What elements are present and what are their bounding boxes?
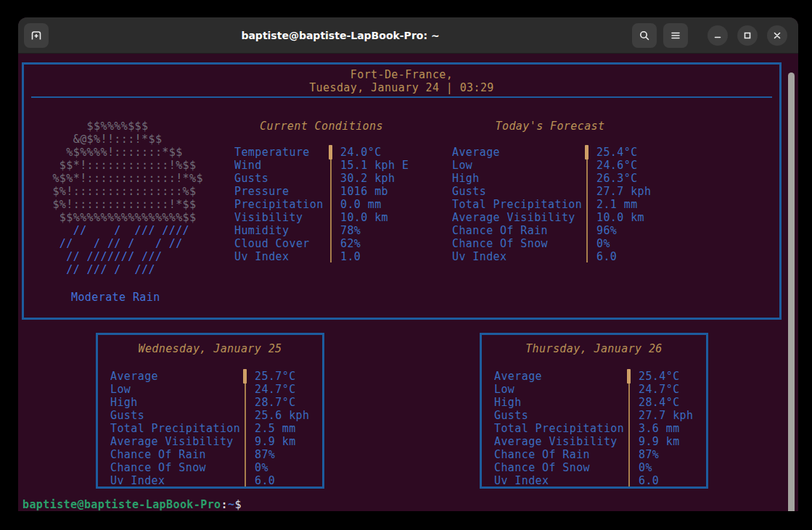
table-row: Average25.4°C [494, 370, 699, 383]
location-text: Fort-De-France, [24, 68, 779, 81]
minimize-button[interactable] [708, 25, 728, 46]
search-icon [639, 30, 650, 41]
current-conditions-title: Current Conditions [234, 120, 409, 133]
table-row: High28.7°C [110, 396, 315, 409]
wednesday-table: Average25.7°C Low24.7°C High28.7°C Gusts… [110, 370, 315, 487]
todays-forecast-title: Today's Forecast [452, 120, 648, 133]
terminal-window: baptiste@baptiste-LapBook-Pro: ~ [18, 17, 798, 511]
menu-button[interactable] [663, 23, 688, 48]
table-row: Uv Index1.0 [234, 250, 452, 263]
table-row: Chance Of Snow0% [452, 237, 706, 250]
terminal-screen[interactable]: Fort-De-France, Tuesday, January 24 | 03… [18, 62, 798, 511]
table-separator-thumb [329, 145, 332, 160]
window-title: baptiste@baptiste-LapBook-Pro: ~ [49, 30, 632, 41]
wednesday-title: Wednesday, January 25 [98, 335, 322, 355]
table-separator [586, 146, 588, 262]
todays-forecast-table: Average25.4°C Low24.6°C High26.3°C Gusts… [452, 146, 706, 263]
table-row: Uv Index6.0 [452, 250, 706, 263]
table-row: Low24.7°C [494, 383, 699, 396]
table-row: Pressure1016 mb [234, 185, 452, 198]
new-tab-button[interactable] [24, 23, 49, 48]
table-row: Uv Index6.0 [110, 474, 315, 487]
table-row: Chance Of Rain87% [494, 448, 699, 461]
prompt-dollar: $ [234, 498, 241, 511]
table-row: Visibility10.0 km [234, 211, 452, 224]
table-row: Low24.7°C [110, 383, 315, 396]
table-row: Uv Index6.0 [494, 474, 699, 487]
thursday-forecast-box: Thursday, January 26 Average25.4°C Low24… [480, 333, 708, 489]
prompt-path: ~ [228, 498, 234, 511]
table-row: Chance Of Rain96% [452, 224, 706, 237]
table-row: Total Precipitation3.6 mm [494, 422, 699, 435]
table-row: Temperature24.0°C [234, 146, 452, 159]
daily-forecast-row: Wednesday, January 25 Average25.7°C Low2… [96, 333, 798, 489]
cloud-ascii-art: $$%%%%$$$ &@$%!!:::!*$$ %$%%%%!:::::::*$… [46, 120, 220, 224]
prompt-user-host: baptiste@baptiste-LapBook-Pro [22, 498, 221, 511]
current-conditions-table: Temperature24.0°C Wind15.1 kph E Gusts30… [234, 146, 452, 263]
table-row: Gusts27.7 kph [494, 409, 699, 422]
hamburger-menu-icon [670, 30, 681, 41]
weather-art-column: $$%%%%$$$ &@$%!!:::!*$$ %$%%%%!:::::::*$… [46, 120, 220, 304]
maximize-button[interactable] [737, 25, 758, 46]
prompt-colon: : [221, 498, 228, 511]
terminal-scrollbar[interactable] [788, 73, 795, 511]
thursday-title: Thursday, January 26 [482, 335, 706, 355]
table-separator-thumb [627, 369, 631, 384]
table-row: Total Precipitation2.1 mm [452, 198, 706, 211]
thursday-table: Average25.4°C Low24.7°C High28.4°C Gusts… [494, 370, 699, 487]
search-button[interactable] [632, 23, 657, 48]
table-row: Gusts25.6 kph [110, 409, 315, 422]
table-separator-thumb [243, 369, 247, 384]
table-row: Average25.7°C [110, 370, 315, 383]
table-row: Average Visibility9.9 km [494, 435, 699, 448]
new-tab-icon [30, 30, 42, 41]
table-row: Total Precipitation2.5 mm [110, 422, 315, 435]
table-row: High28.4°C [494, 396, 699, 409]
close-icon [772, 30, 782, 41]
weather-report-box: Fort-De-France, Tuesday, January 24 | 03… [22, 62, 782, 320]
table-separator [330, 146, 332, 262]
datetime-text: Tuesday, January 24 | 03:29 [24, 81, 779, 94]
table-row: Average25.4°C [452, 146, 706, 159]
table-row: Humidity78% [234, 224, 452, 237]
table-row: High26.3°C [452, 172, 706, 185]
titlebar[interactable]: baptiste@baptiste-LapBook-Pro: ~ [18, 17, 798, 54]
table-separator [628, 370, 630, 486]
table-separator-thumb [585, 145, 589, 160]
table-row: Gusts27.7 kph [452, 185, 706, 198]
condition-caption: Moderate Rain [71, 291, 220, 304]
close-button[interactable] [767, 25, 787, 46]
table-row: Chance Of Snow0% [494, 461, 699, 474]
report-header: Fort-De-France, Tuesday, January 24 | 03… [24, 65, 779, 94]
minimize-icon [713, 30, 723, 41]
wednesday-forecast-box: Wednesday, January 25 Average25.7°C Low2… [96, 333, 324, 489]
rain-ascii-art: // / /// //// // / // / / // // /////// … [46, 224, 220, 276]
todays-forecast-section: Today's Forecast Average25.4°C Low24.6°C… [452, 120, 706, 304]
table-row: Gusts30.2 kph [234, 172, 452, 185]
current-conditions-section: Current Conditions Temperature24.0°C Win… [234, 120, 452, 304]
table-row: Chance Of Snow0% [110, 461, 315, 474]
maximize-icon [742, 30, 752, 41]
table-row: Chance Of Rain87% [110, 448, 315, 461]
table-row: Wind15.1 kph E [234, 159, 452, 172]
table-separator [245, 370, 246, 486]
shell-prompt[interactable]: baptiste@baptiste-LapBook-Pro:~$ [22, 498, 798, 511]
table-row: Average Visibility10.0 km [452, 211, 706, 224]
table-row: Average Visibility9.9 km [110, 435, 315, 448]
table-row: Precipitation0.0 mm [234, 198, 452, 211]
table-row: Low24.6°C [452, 159, 706, 172]
table-row: Cloud Cover62% [234, 237, 452, 250]
